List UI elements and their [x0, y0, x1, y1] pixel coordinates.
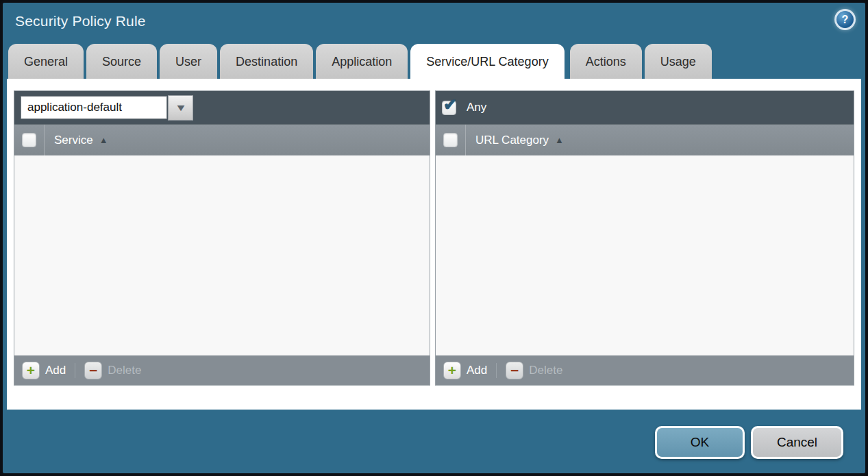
tab-general[interactable]: General [8, 44, 84, 79]
checkmark-icon: ✔ [443, 95, 457, 114]
security-policy-rule-dialog: Security Policy Rule ? General Source Us… [0, 0, 868, 476]
tab-user[interactable]: User [160, 44, 217, 79]
help-glyph: ? [842, 14, 849, 26]
url-category-add-button[interactable]: + Add [443, 362, 487, 379]
service-select-all-checkbox[interactable] [22, 133, 36, 147]
help-icon[interactable]: ? [834, 9, 856, 30]
cancel-button[interactable]: Cancel [751, 426, 843, 459]
any-label: Any [467, 101, 486, 114]
add-icon: + [22, 362, 40, 379]
any-checkbox[interactable]: ✔ [442, 101, 456, 115]
service-toolbar: application-default ▼ [14, 91, 430, 124]
footer-divider [496, 363, 497, 378]
service-delete-label: Delete [108, 364, 141, 377]
delete-icon: − [84, 362, 102, 379]
tab-actions[interactable]: Actions [570, 44, 642, 79]
service-type-dropdown-button[interactable]: ▼ [168, 95, 193, 121]
service-type-dropdown[interactable]: application-default ▼ [21, 95, 193, 121]
url-category-panel: ✔ Any URL Category ▲ + Add [435, 90, 854, 386]
dialog-title: Security Policy Rule [15, 13, 146, 29]
url-category-footer: + Add − Delete [436, 355, 854, 385]
url-category-delete-button[interactable]: − Delete [506, 362, 562, 379]
sort-asc-icon[interactable]: ▲ [99, 135, 108, 145]
service-add-label: Add [45, 364, 66, 377]
service-delete-button[interactable]: − Delete [84, 362, 141, 379]
service-header-checkbox-cell [14, 125, 45, 155]
url-category-select-all-checkbox[interactable] [443, 133, 458, 147]
url-category-toolbar: ✔ Any [436, 91, 854, 124]
url-category-delete-label: Delete [529, 364, 562, 377]
service-type-dropdown-value[interactable]: application-default [21, 96, 167, 119]
tab-destination[interactable]: Destination [220, 44, 313, 79]
url-category-any-row: ✔ Any [442, 101, 486, 115]
titlebar: Security Policy Rule ? [3, 3, 865, 44]
url-category-add-label: Add [467, 364, 487, 377]
service-panel: application-default ▼ Service ▲ + Add [14, 90, 430, 386]
add-icon: + [443, 362, 461, 379]
tab-application[interactable]: Application [316, 44, 408, 79]
tab-source[interactable]: Source [86, 44, 157, 79]
chevron-down-icon: ▼ [174, 102, 186, 113]
url-category-table-body[interactable] [436, 155, 854, 355]
footer-divider [75, 363, 75, 378]
delete-icon: − [506, 362, 523, 379]
service-footer: + Add − Delete [14, 355, 430, 385]
tab-content-service-url-category: application-default ▼ Service ▲ + Add [7, 79, 861, 410]
tab-strip: General Source User Destination Applicat… [8, 44, 715, 79]
tab-service-url-category[interactable]: Service/URL Category [410, 44, 564, 79]
service-table-header: Service ▲ [14, 124, 430, 155]
url-category-header-checkbox-cell [436, 125, 466, 155]
url-category-column-header: URL Category [475, 134, 549, 147]
url-category-table-header: URL Category ▲ [436, 124, 854, 155]
sort-asc-icon[interactable]: ▲ [555, 135, 564, 145]
ok-button[interactable]: OK [655, 426, 745, 459]
service-add-button[interactable]: + Add [22, 362, 66, 379]
service-column-header: Service [54, 134, 93, 147]
service-table-body[interactable] [14, 155, 430, 355]
tab-usage[interactable]: Usage [645, 44, 712, 79]
